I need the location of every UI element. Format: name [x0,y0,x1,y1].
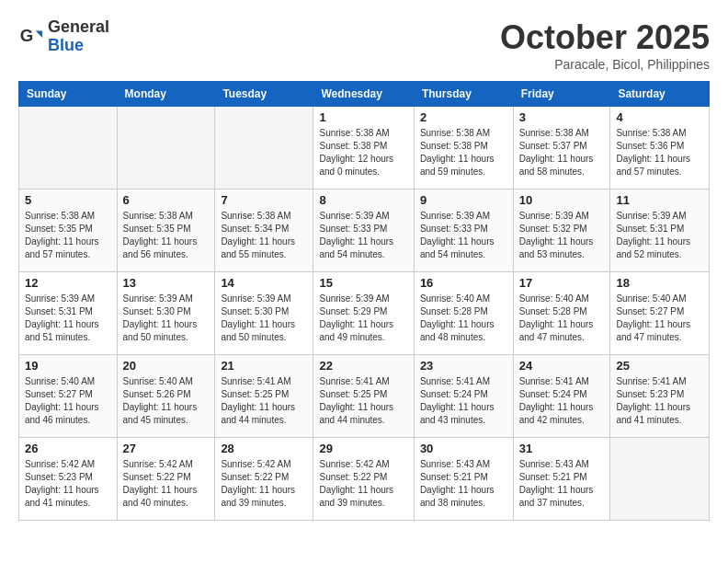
day-info: Sunrise: 5:40 AM Sunset: 5:28 PM Dayligh… [420,293,507,344]
svg-text:G: G [20,25,34,44]
calendar-cell: 2Sunrise: 5:38 AM Sunset: 5:38 PM Daylig… [414,107,513,190]
calendar-cell: 25Sunrise: 5:41 AM Sunset: 5:23 PM Dayli… [610,355,710,438]
day-number: 11 [616,193,703,207]
day-info: Sunrise: 5:38 AM Sunset: 5:38 PM Dayligh… [420,127,507,178]
week-row-3: 12Sunrise: 5:39 AM Sunset: 5:31 PM Dayli… [19,272,710,355]
day-info: Sunrise: 5:42 AM Sunset: 5:22 PM Dayligh… [123,458,210,510]
calendar-cell: 14Sunrise: 5:39 AM Sunset: 5:30 PM Dayli… [215,272,313,355]
day-number: 3 [519,110,605,124]
header-tuesday: Tuesday [215,82,313,107]
header-sunday: Sunday [19,82,118,107]
calendar-cell: 11Sunrise: 5:39 AM Sunset: 5:31 PM Dayli… [610,190,710,272]
day-number: 6 [123,193,210,207]
day-info: Sunrise: 5:39 AM Sunset: 5:32 PM Dayligh… [519,210,605,261]
day-number: 1 [319,110,407,124]
calendar-cell: 17Sunrise: 5:40 AM Sunset: 5:28 PM Dayli… [513,272,610,355]
calendar-cell: 7Sunrise: 5:38 AM Sunset: 5:34 PM Daylig… [215,190,313,272]
day-number: 15 [319,276,407,290]
calendar-cell: 5Sunrise: 5:38 AM Sunset: 5:35 PM Daylig… [19,190,118,272]
week-row-4: 19Sunrise: 5:40 AM Sunset: 5:27 PM Dayli… [19,355,710,438]
day-info: Sunrise: 5:38 AM Sunset: 5:34 PM Dayligh… [221,210,307,261]
day-info: Sunrise: 5:40 AM Sunset: 5:28 PM Dayligh… [519,293,605,344]
day-info: Sunrise: 5:41 AM Sunset: 5:24 PM Dayligh… [420,375,507,427]
calendar-cell: 3Sunrise: 5:38 AM Sunset: 5:37 PM Daylig… [513,107,610,190]
day-info: Sunrise: 5:38 AM Sunset: 5:38 PM Dayligh… [319,127,407,178]
calendar-cell: 16Sunrise: 5:40 AM Sunset: 5:28 PM Dayli… [414,272,513,355]
day-info: Sunrise: 5:42 AM Sunset: 5:22 PM Dayligh… [221,458,307,510]
day-info: Sunrise: 5:39 AM Sunset: 5:31 PM Dayligh… [25,293,111,344]
day-info: Sunrise: 5:38 AM Sunset: 5:37 PM Dayligh… [519,127,605,178]
calendar-cell: 15Sunrise: 5:39 AM Sunset: 5:29 PM Dayli… [313,272,414,355]
day-number: 17 [519,276,605,290]
day-info: Sunrise: 5:41 AM Sunset: 5:24 PM Dayligh… [519,375,605,427]
day-number: 12 [25,276,111,290]
logo-text: General Blue [48,18,109,55]
calendar-cell: 12Sunrise: 5:39 AM Sunset: 5:31 PM Dayli… [19,272,118,355]
calendar-cell: 31Sunrise: 5:43 AM Sunset: 5:21 PM Dayli… [513,438,610,521]
day-number: 21 [221,359,307,373]
header-thursday: Thursday [414,82,513,107]
day-number: 2 [420,110,507,124]
day-number: 26 [25,442,111,455]
location-subtitle: Paracale, Bicol, Philippines [500,57,710,72]
day-number: 28 [221,442,307,455]
logo: G General Blue [18,18,109,55]
calendar-cell: 28Sunrise: 5:42 AM Sunset: 5:22 PM Dayli… [215,438,313,521]
calendar-cell: 8Sunrise: 5:39 AM Sunset: 5:33 PM Daylig… [313,190,414,272]
calendar-cell: 21Sunrise: 5:41 AM Sunset: 5:25 PM Dayli… [215,355,313,438]
week-row-1: 1Sunrise: 5:38 AM Sunset: 5:38 PM Daylig… [19,107,710,190]
calendar-cell: 6Sunrise: 5:38 AM Sunset: 5:35 PM Daylig… [117,190,215,272]
day-number: 25 [616,359,703,373]
days-header-row: SundayMondayTuesdayWednesdayThursdayFrid… [19,82,710,107]
day-number: 5 [25,193,111,207]
day-info: Sunrise: 5:41 AM Sunset: 5:25 PM Dayligh… [319,375,407,427]
day-number: 20 [123,359,210,373]
calendar-cell: 24Sunrise: 5:41 AM Sunset: 5:24 PM Dayli… [513,355,610,438]
day-info: Sunrise: 5:38 AM Sunset: 5:35 PM Dayligh… [123,210,210,261]
day-info: Sunrise: 5:39 AM Sunset: 5:33 PM Dayligh… [420,210,507,261]
header-monday: Monday [117,82,215,107]
title-block: October 2025 Paracale, Bicol, Philippine… [500,18,710,72]
day-info: Sunrise: 5:39 AM Sunset: 5:33 PM Dayligh… [319,210,407,261]
calendar-cell: 30Sunrise: 5:43 AM Sunset: 5:21 PM Dayli… [414,438,513,521]
calendar-cell [610,438,710,521]
calendar-cell: 26Sunrise: 5:42 AM Sunset: 5:23 PM Dayli… [19,438,118,521]
calendar-cell: 22Sunrise: 5:41 AM Sunset: 5:25 PM Dayli… [313,355,414,438]
day-number: 31 [519,442,605,455]
day-info: Sunrise: 5:39 AM Sunset: 5:29 PM Dayligh… [319,293,407,344]
day-number: 4 [616,110,703,124]
logo-icon: G [18,24,44,50]
calendar-cell: 1Sunrise: 5:38 AM Sunset: 5:38 PM Daylig… [313,107,414,190]
day-number: 14 [221,276,307,290]
week-row-2: 5Sunrise: 5:38 AM Sunset: 5:35 PM Daylig… [19,190,710,272]
calendar-cell: 13Sunrise: 5:39 AM Sunset: 5:30 PM Dayli… [117,272,215,355]
day-number: 9 [420,193,507,207]
day-number: 27 [123,442,210,455]
svg-marker-1 [36,30,42,37]
day-number: 16 [420,276,507,290]
day-info: Sunrise: 5:39 AM Sunset: 5:31 PM Dayligh… [616,210,703,261]
header-saturday: Saturday [610,82,710,107]
calendar-cell [117,107,215,190]
logo-blue: Blue [48,36,84,54]
header-wednesday: Wednesday [313,82,414,107]
day-info: Sunrise: 5:41 AM Sunset: 5:25 PM Dayligh… [221,375,307,427]
day-number: 30 [420,442,507,455]
calendar-cell: 23Sunrise: 5:41 AM Sunset: 5:24 PM Dayli… [414,355,513,438]
day-info: Sunrise: 5:38 AM Sunset: 5:36 PM Dayligh… [616,127,703,178]
calendar-cell [215,107,313,190]
day-number: 18 [616,276,703,290]
day-info: Sunrise: 5:40 AM Sunset: 5:27 PM Dayligh… [616,293,703,344]
day-number: 22 [319,359,407,373]
calendar-cell: 19Sunrise: 5:40 AM Sunset: 5:27 PM Dayli… [19,355,118,438]
calendar-cell: 18Sunrise: 5:40 AM Sunset: 5:27 PM Dayli… [610,272,710,355]
day-number: 10 [519,193,605,207]
day-number: 24 [519,359,605,373]
calendar-cell: 27Sunrise: 5:42 AM Sunset: 5:22 PM Dayli… [117,438,215,521]
calendar-cell: 20Sunrise: 5:40 AM Sunset: 5:26 PM Dayli… [117,355,215,438]
day-info: Sunrise: 5:41 AM Sunset: 5:23 PM Dayligh… [616,375,703,427]
week-row-5: 26Sunrise: 5:42 AM Sunset: 5:23 PM Dayli… [19,438,710,521]
header-friday: Friday [513,82,610,107]
day-number: 29 [319,442,407,455]
calendar-cell [19,107,118,190]
